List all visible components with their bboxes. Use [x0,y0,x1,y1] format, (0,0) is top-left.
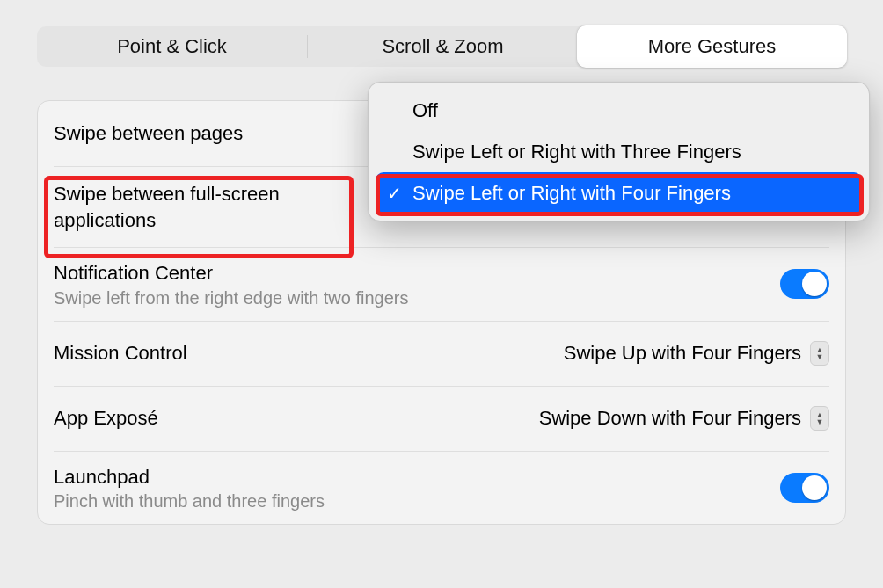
toggle-knob [802,272,827,296]
row-app-expose: App Exposé Swipe Down with Four Fingers … [54,386,829,451]
row-title: Swipe between full-screen applications [54,181,353,233]
tab-scroll-zoom[interactable]: Scroll & Zoom [308,26,578,67]
row-notification-center: Notification Center Swipe left from the … [54,247,829,321]
row-title: Notification Center [54,260,780,287]
row-title: App Exposé [54,405,539,432]
row-mission-control: Mission Control Swipe Up with Four Finge… [54,321,829,386]
tab-more-gestures[interactable]: More Gestures [577,25,847,68]
dropdown-swipe-fullscreen: Off Swipe Left or Right with Three Finge… [368,82,870,221]
dropdown-item-label: Swipe Left or Right with Three Fingers [412,141,741,163]
popup-app-expose[interactable]: Swipe Down with Four Fingers ▲▼ [539,406,829,431]
tab-label: Scroll & Zoom [382,35,503,58]
chevron-up-down-icon: ▲▼ [810,406,829,431]
row-subtitle: Pinch with thumb and three fingers [54,491,780,512]
popup-mission-control[interactable]: Swipe Up with Four Fingers ▲▼ [564,341,829,366]
popup-value: Swipe Up with Four Fingers [564,342,801,365]
toggle-notification-center[interactable] [780,269,829,299]
dropdown-item-off[interactable]: Off [376,90,862,131]
toggle-knob [802,475,827,500]
popup-value: Swipe Down with Four Fingers [539,407,801,430]
row-title: Mission Control [54,340,564,367]
tab-bar: Point & Click Scroll & Zoom More Gesture… [37,26,846,67]
dropdown-item-label: Off [412,99,438,122]
tab-label: Point & Click [117,35,227,58]
dropdown-item-three-fingers[interactable]: Swipe Left or Right with Three Fingers [376,131,862,172]
row-subtitle: Swipe left from the right edge with two … [54,288,780,309]
dropdown-item-four-fingers[interactable]: ✓ Swipe Left or Right with Four Fingers [376,172,862,214]
row-launchpad: Launchpad Pinch with thumb and three fin… [54,451,829,525]
chevron-up-down-icon: ▲▼ [810,341,829,366]
toggle-launchpad[interactable] [780,473,829,503]
check-icon: ✓ [384,183,404,204]
row-title: Launchpad [54,464,780,490]
tab-label: More Gestures [648,35,777,58]
dropdown-item-label: Swipe Left or Right with Four Fingers [412,182,731,205]
tab-point-click[interactable]: Point & Click [37,26,307,67]
